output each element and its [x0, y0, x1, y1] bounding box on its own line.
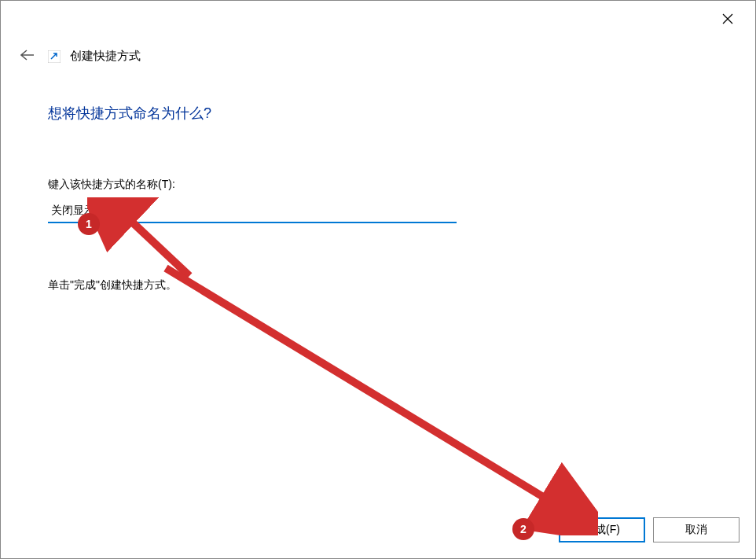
shortcut-name-input[interactable] — [48, 200, 457, 223]
annotation-badge-1: 1 — [78, 213, 100, 235]
close-button[interactable] — [712, 7, 743, 31]
dialog-window: 创建快捷方式 想将快捷方式命名为什么? 键入该快捷方式的名称(T): 单击"完成… — [0, 0, 756, 559]
shortcut-icon — [48, 50, 61, 63]
dialog-title: 创建快捷方式 — [70, 49, 141, 64]
svg-line-6 — [166, 268, 555, 504]
title-bar: 创建快捷方式 — [1, 32, 755, 68]
footer-buttons: 完成(F) 取消 — [559, 517, 739, 542]
annotation-badge-2: 2 — [512, 518, 534, 540]
back-arrow-icon — [20, 50, 35, 61]
input-label: 键入该快捷方式的名称(T): — [48, 178, 708, 192]
hint-text: 单击"完成"创建快捷方式。 — [48, 278, 708, 292]
content-area: 想将快捷方式命名为什么? 键入该快捷方式的名称(T): 单击"完成"创建快捷方式… — [1, 68, 755, 292]
finish-button[interactable]: 完成(F) — [559, 517, 645, 542]
cancel-button[interactable]: 取消 — [653, 517, 739, 542]
close-icon — [722, 13, 733, 24]
page-heading: 想将快捷方式命名为什么? — [48, 104, 708, 123]
back-button[interactable] — [17, 44, 39, 68]
annotation-arrow-2 — [158, 260, 598, 535]
